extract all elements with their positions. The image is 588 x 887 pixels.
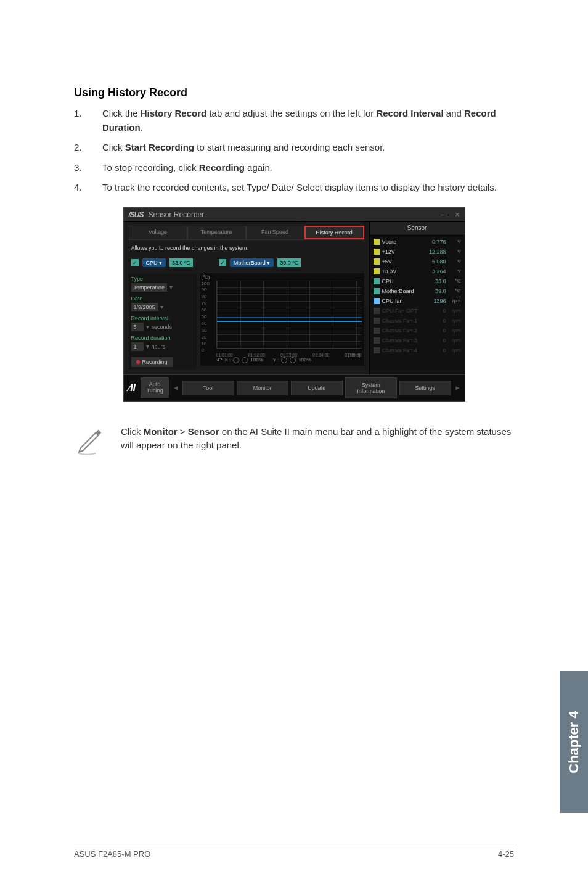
sensor-name: CPU bbox=[382, 278, 435, 284]
motherboard-temp-value: 39.0 ºC bbox=[277, 258, 301, 267]
zoom-out-x-icon[interactable] bbox=[233, 357, 239, 363]
step-1: Click the History Record tab and adjust … bbox=[74, 107, 514, 134]
sensor-item: CPU Fan OPT0rpm bbox=[372, 306, 462, 316]
text: . bbox=[141, 122, 143, 133]
sensor-type-icon bbox=[374, 318, 380, 324]
checkbox-cpu[interactable]: ✓ bbox=[131, 259, 139, 266]
tab-voltage[interactable]: Voltage bbox=[129, 226, 187, 239]
cpu-temp-value: 33.0 ºC bbox=[169, 258, 193, 267]
checkbox-motherboard[interactable]: ✓ bbox=[219, 259, 226, 266]
recording-label: Recording bbox=[142, 359, 168, 365]
chevron-down-icon[interactable]: ▾ bbox=[160, 303, 163, 310]
sensor-value: 33.0 bbox=[435, 278, 446, 284]
type-select[interactable]: Temperature bbox=[131, 283, 168, 292]
text: to start measuring and recording each se… bbox=[194, 142, 385, 152]
zoom-in-y-icon[interactable] bbox=[290, 357, 296, 363]
system-info-button[interactable]: System Information bbox=[345, 377, 397, 398]
interval-label: Record interval bbox=[131, 315, 194, 321]
sensor-value: 0 bbox=[443, 308, 446, 314]
sensor-name: Chassis Fan 1 bbox=[382, 318, 443, 324]
sensor-item: Chassis Fan 10rpm bbox=[372, 316, 462, 326]
zoom-y-value: 100% bbox=[298, 357, 311, 363]
zoom-out-y-icon[interactable] bbox=[281, 357, 287, 363]
sensor-item: Chassis Fan 40rpm bbox=[372, 345, 462, 355]
tool-button[interactable]: Tool bbox=[182, 381, 234, 395]
sensor-value: 0 bbox=[443, 337, 446, 344]
chevron-down-icon[interactable]: ▾ bbox=[146, 323, 149, 330]
undo-icon[interactable]: ↶ bbox=[216, 356, 223, 365]
sensor-item: +12V12.288V bbox=[372, 247, 462, 257]
footer-product: ASUS F2A85-M PRO bbox=[74, 849, 150, 859]
nav-right-icon[interactable]: ► bbox=[454, 384, 462, 391]
window-title: Sensor Recorder bbox=[149, 210, 205, 219]
sensor-heading: Sensor bbox=[370, 222, 465, 234]
chapter-label: Chapter 4 bbox=[566, 711, 582, 773]
sensor-value: 0 bbox=[443, 347, 446, 353]
left-controls: Type Temperature ▾ Date 1/9/2005 ▾ bbox=[129, 273, 197, 369]
monitor-button[interactable]: Monitor bbox=[237, 381, 288, 395]
sensor-value: 0 bbox=[443, 328, 446, 334]
interval-input[interactable]: 5 bbox=[131, 323, 144, 331]
duration-input[interactable]: 1 bbox=[131, 342, 144, 351]
recording-button[interactable]: Recording bbox=[131, 357, 173, 367]
chevron-down-icon[interactable]: ▾ bbox=[169, 284, 173, 291]
auto-tuning-button[interactable]: Auto Tuning bbox=[141, 377, 169, 398]
section-heading: Using History Record bbox=[74, 86, 514, 99]
history-graph: (ºC) 100 90 80 70 60 50 40 30 20 10 bbox=[200, 273, 364, 366]
date-select[interactable]: 1/9/2005 bbox=[131, 303, 158, 311]
sensor-item: +3.3V3.264V bbox=[372, 266, 462, 276]
tab-history-record[interactable]: History Record bbox=[304, 226, 364, 239]
sensor-type-icon bbox=[374, 328, 380, 334]
sensor-name: Chassis Fan 2 bbox=[382, 328, 443, 334]
footer-page-number: 4-25 bbox=[498, 849, 514, 859]
close-icon[interactable]: × bbox=[455, 210, 459, 219]
zoom-x-label: X : bbox=[225, 357, 231, 363]
sensor-unit: V bbox=[447, 239, 461, 244]
tab-fan-speed[interactable]: Fan Speed bbox=[246, 226, 304, 239]
sensor-value: 39.0 bbox=[435, 288, 446, 294]
sensor-unit: rpm bbox=[447, 318, 461, 323]
zoom-in-x-icon[interactable] bbox=[242, 357, 248, 363]
text: Click bbox=[102, 142, 125, 152]
sensor-list: Vcore0.776V+12V12.288V+5V5.080V+3.3V3.26… bbox=[370, 234, 465, 358]
bold-text: Recording bbox=[199, 162, 245, 173]
sensor-unit: V bbox=[447, 268, 461, 274]
sensor-item: Chassis Fan 30rpm bbox=[372, 336, 462, 345]
sensor-type-icon bbox=[374, 268, 380, 274]
minimize-icon[interactable]: — bbox=[440, 210, 447, 219]
cpu-dropdown[interactable]: CPU ▾ bbox=[142, 258, 166, 267]
motherboard-dropdown[interactable]: MotherBoard ▾ bbox=[230, 258, 274, 267]
sensor-name: Chassis Fan 4 bbox=[382, 347, 443, 353]
sensor-item: CPU33.0ºC bbox=[372, 276, 462, 286]
bold-text: History Record bbox=[141, 108, 207, 118]
pencil-icon bbox=[74, 425, 106, 457]
tab-temperature[interactable]: Temperature bbox=[187, 226, 246, 239]
tabs-row: Voltage Temperature Fan Speed History Re… bbox=[129, 226, 364, 240]
sensor-item: CPU fan1396rpm bbox=[372, 296, 462, 306]
sensor-item: Vcore0.776V bbox=[372, 237, 462, 247]
sensor-unit: ºC bbox=[447, 288, 461, 294]
sensor-item: Chassis Fan 20rpm bbox=[372, 326, 462, 336]
nav-left-icon[interactable]: ◄ bbox=[171, 384, 180, 391]
steps-list: Click the History Record tab and adjust … bbox=[74, 107, 514, 195]
note-callout: Click Monitor > Sensor on the AI Suite I… bbox=[74, 425, 514, 457]
sensor-unit: V bbox=[447, 249, 461, 254]
sensor-name: +3.3V bbox=[382, 268, 432, 274]
sensor-unit: rpm bbox=[447, 308, 461, 313]
chevron-down-icon[interactable]: ▾ bbox=[146, 343, 149, 350]
sensor-type-icon bbox=[374, 337, 380, 344]
update-button[interactable]: Update bbox=[291, 381, 343, 395]
sensor-checkboxes: ✓ CPU ▾ 33.0 ºC ✓ MotherBoard ▾ 39.0 ºC bbox=[129, 256, 364, 270]
zoom-y-label: Y : bbox=[273, 357, 279, 363]
text: Click the bbox=[102, 108, 141, 118]
zoom-x-value: 100% bbox=[250, 357, 263, 363]
settings-button[interactable]: Settings bbox=[399, 381, 451, 395]
sensor-unit: rpm bbox=[447, 328, 461, 333]
sensor-value: 5.080 bbox=[432, 258, 446, 265]
duration-unit: hours bbox=[152, 344, 166, 350]
sensor-type-icon bbox=[374, 347, 380, 353]
graph-grid bbox=[216, 281, 362, 349]
sensor-recorder-window: /SUS Sensor Recorder — × Voltage Tempera… bbox=[123, 207, 465, 402]
interval-unit: seconds bbox=[152, 324, 173, 330]
asus-logo: /SUS bbox=[129, 210, 144, 219]
